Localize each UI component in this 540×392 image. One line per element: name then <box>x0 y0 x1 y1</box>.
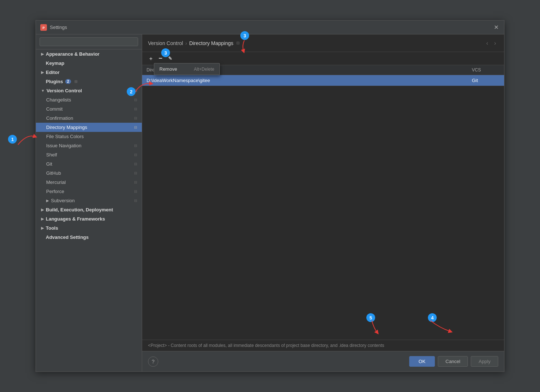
sidebar-item-appearance[interactable]: ▶ Appearance & Behavior <box>36 49 142 59</box>
cancel-button[interactable]: Cancel <box>438 356 468 367</box>
breadcrumb-separator: › <box>185 40 187 46</box>
settings-icon: ⊟ <box>133 162 138 167</box>
back-button[interactable]: ‹ <box>484 39 490 47</box>
add-button[interactable]: + <box>147 54 155 63</box>
expand-arrow-icon: ▶ <box>41 208 44 212</box>
settings-icon: ⊟ <box>133 180 138 185</box>
window-title: Settings <box>50 25 492 30</box>
sidebar-label: Confirmation <box>46 115 73 121</box>
breadcrumb-root: Version Control <box>148 40 183 46</box>
settings-window: P Settings ✕ ⌕ ▶ Appearance & Behavior <box>36 20 504 372</box>
sidebar-label: Shelf <box>46 152 57 158</box>
sidebar-item-github[interactable]: GitHub ⊟ <box>36 169 142 178</box>
sidebar-item-tools[interactable]: ▶ Tools <box>36 223 142 233</box>
sidebar-item-git[interactable]: Git ⊟ <box>36 159 142 169</box>
sidebar-label: Mercurial <box>46 180 66 185</box>
sidebar-item-perforce[interactable]: Perforce ⊟ <box>36 187 142 196</box>
sidebar-label: Tools <box>46 225 58 231</box>
sidebar-item-confirmation[interactable]: Confirmation ⊟ <box>36 114 142 123</box>
sidebar: ⌕ ▶ Appearance & Behavior Keymap ▶ <box>36 34 142 371</box>
expand-arrow-icon: ▶ <box>41 52 44 56</box>
settings-icon: ⊟ <box>133 171 138 176</box>
settings-icon: ⊟ <box>133 116 138 121</box>
sidebar-item-languages[interactable]: ▶ Languages & Frameworks <box>36 214 142 223</box>
context-menu: Remove Alt+Delete <box>154 63 220 75</box>
sidebar-label: Build, Execution, Deployment <box>46 207 113 212</box>
sidebar-label: Languages & Frameworks <box>46 216 105 222</box>
settings-icon: ⊟ <box>133 189 138 194</box>
sidebar-label: Changelists <box>46 97 71 103</box>
sidebar-item-advanced[interactable]: Advanced Settings <box>36 233 142 242</box>
sidebar-label: Git <box>46 161 52 167</box>
remove-button[interactable]: − <box>156 54 165 63</box>
settings-icon: ⊟ <box>133 198 138 203</box>
status-text: <Project> - Content roots of all modules… <box>148 343 384 348</box>
settings-icon: ⊟ <box>133 88 138 93</box>
remove-label: Remove <box>159 66 177 72</box>
breadcrumb: Version Control › Directory Mappings ⊟ <box>148 40 240 46</box>
breadcrumb-menu-icon[interactable]: ⊟ <box>236 41 240 45</box>
settings-icon: ⊟ <box>133 143 138 148</box>
arrow-1 <box>16 130 38 148</box>
close-button[interactable]: ✕ <box>492 24 500 31</box>
directory-cell: D:\IdeaWorkNamespace\gitee <box>142 75 467 86</box>
expand-arrow-icon: ▶ <box>41 226 44 230</box>
forward-button[interactable]: › <box>492 39 498 47</box>
sidebar-item-plugins[interactable]: Plugins 2 ⊟ <box>36 77 142 86</box>
sidebar-label: Advanced Settings <box>46 234 89 240</box>
settings-icon: ⊟ <box>73 79 78 84</box>
sidebar-item-shelf[interactable]: Shelf ⊟ <box>36 150 142 159</box>
sidebar-item-directory-mappings[interactable]: Directory Mappings ⊟ <box>36 123 142 132</box>
sidebar-label: Appearance & Behavior <box>46 51 100 57</box>
context-menu-remove[interactable]: Remove Alt+Delete <box>154 64 219 74</box>
settings-icon: ⊟ <box>133 107 138 112</box>
plugins-badge: 2 <box>65 79 71 84</box>
breadcrumb-current: Directory Mappings <box>189 40 233 46</box>
settings-icon: ⊟ <box>133 152 138 158</box>
table-row[interactable]: D:\IdeaWorkNamespace\gitee Git <box>142 75 504 86</box>
sidebar-item-keymap[interactable]: Keymap <box>36 59 142 68</box>
sidebar-item-version-control[interactable]: ▼ Version Control ⊟ <box>36 86 142 95</box>
sidebar-item-changelists[interactable]: Changelists ⊟ <box>36 95 142 104</box>
sidebar-item-build[interactable]: ▶ Build, Execution, Deployment <box>36 205 142 214</box>
expand-arrow-icon: ▶ <box>41 70 44 74</box>
sidebar-label: Issue Navigation <box>46 143 81 148</box>
sidebar-label: Version Control <box>47 88 82 93</box>
sidebar-item-file-status[interactable]: File Status Colors <box>36 132 142 141</box>
sidebar-item-issue-nav[interactable]: Issue Navigation ⊟ <box>36 141 142 150</box>
status-bar: <Project> - Content roots of all modules… <box>142 340 504 351</box>
vcs-cell: Git <box>467 75 504 86</box>
ok-button[interactable]: OK <box>409 356 435 367</box>
bottom-bar: ? OK Cancel Apply <box>142 351 504 371</box>
sidebar-label: Commit <box>46 106 63 112</box>
settings-icon: ⊟ <box>133 97 138 103</box>
sidebar-label: File Status Colors <box>46 134 84 139</box>
help-button[interactable]: ? <box>148 356 158 367</box>
sidebar-item-mercurial[interactable]: Mercurial ⊟ <box>36 178 142 187</box>
sidebar-label: Editor <box>46 70 60 75</box>
edit-button[interactable]: ✎ <box>166 54 174 63</box>
expand-arrow-icon: ▶ <box>41 217 44 221</box>
main-panel: Version Control › Directory Mappings ⊟ ‹… <box>142 34 504 371</box>
app-icon: P <box>40 24 47 31</box>
sidebar-item-editor[interactable]: ▶ Editor <box>36 68 142 77</box>
settings-icon: ⊟ <box>133 125 138 130</box>
apply-button[interactable]: Apply <box>471 356 498 367</box>
sidebar-label: GitHub <box>46 170 61 176</box>
sidebar-label: Plugins <box>46 79 63 84</box>
annotation-1: 1 <box>8 135 17 144</box>
sidebar-item-subversion[interactable]: ▶ Subversion ⊟ <box>36 196 142 205</box>
help-section: ? <box>148 356 158 367</box>
search-box: ⌕ <box>36 34 142 49</box>
svg-text:P: P <box>42 26 45 30</box>
col-vcs-header: VCS <box>467 65 504 75</box>
sidebar-list: ▶ Appearance & Behavior Keymap ▶ Editor … <box>36 49 142 371</box>
nav-arrows: ‹ › <box>484 39 498 47</box>
sidebar-item-commit[interactable]: Commit ⊟ <box>36 104 142 114</box>
search-input[interactable] <box>40 37 138 46</box>
remove-shortcut: Alt+Delete <box>194 67 214 72</box>
sidebar-label: Perforce <box>46 189 64 194</box>
sidebar-label: Directory Mappings <box>46 125 87 130</box>
main-content: ⌕ ▶ Appearance & Behavior Keymap ▶ <box>36 34 504 371</box>
expand-arrow-icon: ▼ <box>41 89 45 93</box>
